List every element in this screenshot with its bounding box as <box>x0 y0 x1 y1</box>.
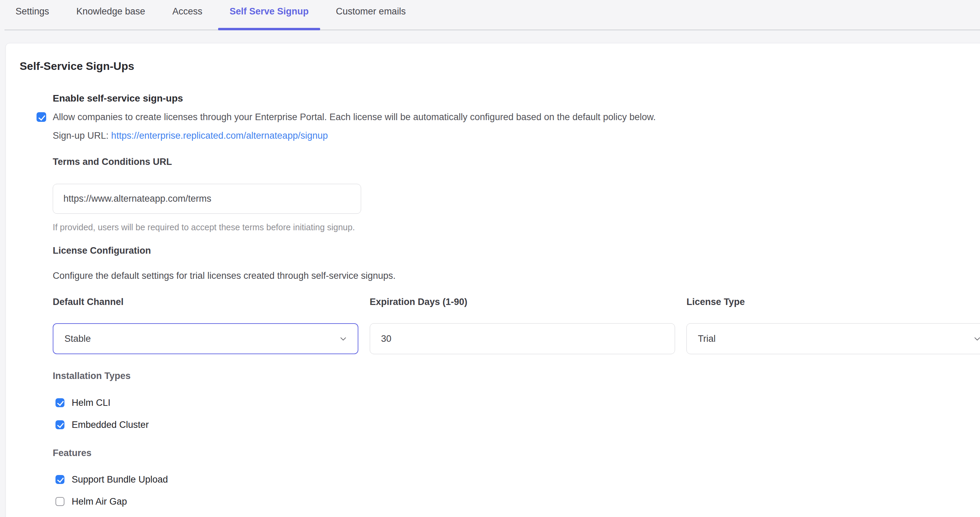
support-bundle-upload-label: Support Bundle Upload <box>72 474 168 485</box>
enable-signups-row: Allow companies to create licenses throu… <box>53 111 980 122</box>
tab-access[interactable]: Access <box>161 0 214 30</box>
features-label: Features <box>53 447 980 458</box>
terms-url-label: Terms and Conditions URL <box>53 156 980 167</box>
license-type-field: License Type Trial <box>686 297 980 354</box>
helm-cli-checkbox[interactable] <box>56 398 64 407</box>
expiration-days-input-wrap <box>370 323 675 354</box>
installation-option-helm-cli: Helm CLI <box>53 397 980 409</box>
chevron-down-icon <box>972 334 980 344</box>
enable-signups-description: Allow companies to create licenses throu… <box>53 112 656 122</box>
signup-url-row: Sign-up URL: https://enterprise.replicat… <box>53 130 980 141</box>
helm-cli-label: Helm CLI <box>72 397 111 409</box>
tab-settings[interactable]: Settings <box>4 0 60 30</box>
tab-knowledge-base[interactable]: Knowledge base <box>65 0 157 30</box>
tab-label: Self Serve Signup <box>229 6 309 16</box>
expiration-days-label: Expiration Days (1-90) <box>370 297 675 308</box>
tabbar-divider <box>5 30 980 30</box>
default-channel-field: Default Channel Stable <box>53 297 358 354</box>
license-config-field-grid: Default Channel Stable Expiration Days (… <box>53 297 980 354</box>
license-type-select[interactable]: Trial <box>686 323 980 354</box>
chevron-down-icon <box>338 334 348 344</box>
enable-signups-heading: Enable self-service sign-ups <box>53 93 980 104</box>
signup-url-link[interactable]: https://enterprise.replicated.com/altern… <box>111 130 328 141</box>
active-tab-underline <box>218 28 320 30</box>
page-title: Self-Service Sign-Ups <box>20 60 980 73</box>
license-configuration-heading: License Configuration <box>53 245 980 256</box>
feature-option-helm-air-gap: Helm Air Gap <box>53 496 980 507</box>
enable-signups-checkbox[interactable] <box>37 112 46 122</box>
self-service-signups-card: Self-Service Sign-Ups Enable self-servic… <box>5 43 980 517</box>
default-channel-value: Stable <box>64 333 338 344</box>
signup-url-label: Sign-up URL: <box>53 130 108 141</box>
expiration-days-input[interactable] <box>381 333 665 344</box>
helm-air-gap-label: Helm Air Gap <box>72 496 127 507</box>
tab-self-serve-signup[interactable]: Self Serve Signup <box>218 0 320 30</box>
license-type-value: Trial <box>698 333 972 344</box>
terms-url-input[interactable] <box>53 184 361 214</box>
license-configuration-description: Configure the default settings for trial… <box>53 270 980 281</box>
support-bundle-upload-checkbox[interactable] <box>56 475 64 484</box>
installation-types-label: Installation Types <box>53 370 980 381</box>
tab-bar: Settings Knowledge base Access Self Serv… <box>0 0 980 30</box>
installation-option-embedded-cluster: Embedded Cluster <box>53 419 980 431</box>
expiration-days-field: Expiration Days (1-90) <box>370 297 675 354</box>
terms-url-help-text: If provided, users will be required to a… <box>53 222 980 232</box>
license-type-label: License Type <box>686 297 980 308</box>
helm-air-gap-checkbox[interactable] <box>56 497 64 506</box>
feature-option-support-bundle-upload: Support Bundle Upload <box>53 474 980 485</box>
tab-customer-emails[interactable]: Customer emails <box>325 0 417 30</box>
default-channel-label: Default Channel <box>53 297 358 308</box>
default-channel-select[interactable]: Stable <box>53 323 358 354</box>
embedded-cluster-label: Embedded Cluster <box>72 419 149 431</box>
embedded-cluster-checkbox[interactable] <box>56 420 64 429</box>
